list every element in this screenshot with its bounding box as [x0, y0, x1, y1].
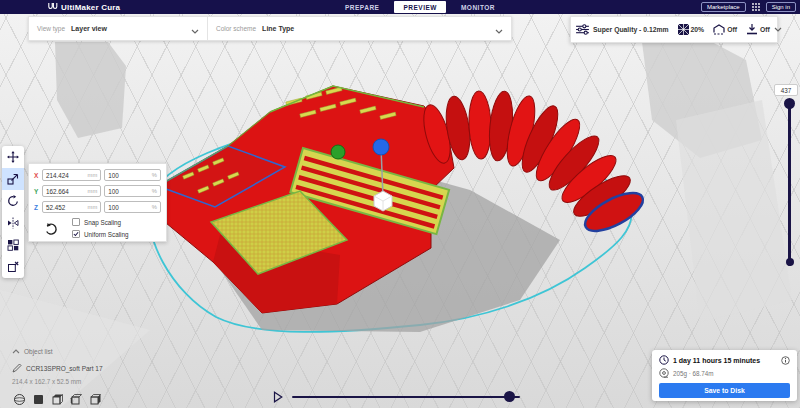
- checkbox-box: [72, 218, 80, 226]
- scale-z-percent-input[interactable]: 100 %: [104, 201, 161, 213]
- view-type-value: Layer view: [71, 25, 107, 32]
- play-button[interactable]: [271, 390, 285, 404]
- material-spool-icon: [659, 368, 669, 378]
- infill-icon: [678, 24, 689, 35]
- tool-scale-button[interactable]: [2, 168, 24, 190]
- mm-unit: mm: [88, 204, 98, 210]
- scale-y-mm-value: 162.664: [46, 188, 69, 195]
- scale-z-mm-input[interactable]: 52.452 mm: [42, 201, 101, 213]
- color-scheme-label: Color scheme: [216, 25, 256, 32]
- right-view-icon: [89, 393, 102, 406]
- percent-unit: %: [152, 188, 157, 194]
- scale-x-percent-value: 100: [108, 172, 119, 179]
- object-list-toggle[interactable]: Object list: [12, 348, 53, 355]
- scale-icon: [7, 173, 19, 185]
- view-options-bar: View type Layer view Color scheme Line T…: [28, 16, 512, 41]
- left-view-icon: [70, 393, 83, 406]
- save-to-disk-button[interactable]: Save to Disk: [659, 383, 790, 398]
- stage-tabs: PREPARE PREVIEW MONITOR: [336, 0, 504, 14]
- uniform-scaling-checkbox[interactable]: Uniform Scaling: [72, 230, 128, 238]
- object-list-item[interactable]: CCR13SPRO_soft Part 17: [12, 363, 103, 373]
- snap-scaling-checkbox[interactable]: Snap Scaling: [72, 218, 128, 226]
- slicing-settings-icon: [576, 24, 589, 35]
- rotate-icon: [7, 195, 19, 207]
- scale-z-percent-value: 100: [108, 204, 119, 211]
- object-name: CCR13SPRO_soft Part 17: [26, 365, 103, 372]
- object-list-title: Object list: [24, 348, 53, 355]
- tool-rotate-button[interactable]: [2, 190, 24, 212]
- tool-move-button[interactable]: [2, 146, 24, 168]
- tab-monitor[interactable]: MONITOR: [452, 1, 504, 13]
- simulation-slider-handle[interactable]: [504, 391, 515, 402]
- object-list-panel: Object list CCR13SPRO_soft Part 17 214.4…: [12, 348, 103, 407]
- axis-z-label: Z: [34, 204, 39, 211]
- 3d-view-icon: [13, 393, 26, 406]
- edit-icon: [12, 363, 22, 373]
- scale-row-x: X 214.424 mm 100 %: [34, 169, 161, 181]
- tab-prepare[interactable]: PREPARE: [336, 1, 388, 13]
- scale-row-z: Z 52.452 mm 100 %: [34, 201, 161, 213]
- support-icon: [713, 24, 725, 35]
- snap-scaling-label: Snap Scaling: [84, 219, 121, 226]
- tab-preview[interactable]: PREVIEW: [394, 1, 445, 13]
- app-title: UltiMaker Cura: [61, 3, 120, 12]
- chevron-down-icon: [191, 20, 199, 38]
- sign-in-button[interactable]: Sign in: [766, 2, 796, 12]
- checkbox-box: [72, 230, 80, 238]
- tool-mirror-button[interactable]: [2, 212, 24, 234]
- percent-unit: %: [152, 204, 157, 210]
- gizmo-handle-green: [331, 145, 345, 159]
- layer-slider-track[interactable]: [788, 99, 791, 266]
- scale-y-percent-value: 100: [108, 188, 119, 195]
- axis-y-label: Y: [34, 188, 39, 195]
- marketplace-button[interactable]: Marketplace: [701, 2, 746, 12]
- reset-scale-button[interactable]: [40, 217, 62, 241]
- info-icon[interactable]: [781, 356, 790, 365]
- view-type-dropdown[interactable]: View type Layer view: [29, 17, 207, 40]
- per-model-settings-icon: [7, 239, 19, 251]
- app-logo: UltiMaker Cura: [48, 0, 120, 14]
- scale-row-y: Y 162.664 mm 100 %: [34, 185, 161, 197]
- simulation-slider-track[interactable]: [292, 396, 520, 398]
- profile-label: Super Quality - 0.12mm: [593, 26, 669, 33]
- adhesion-icon: [746, 24, 758, 35]
- view-front-button[interactable]: [31, 392, 46, 407]
- support-value: Off: [727, 26, 737, 33]
- color-scheme-dropdown[interactable]: Color scheme Line Type: [208, 17, 511, 40]
- view-3d-button[interactable]: [12, 392, 27, 407]
- top-bar: UltiMaker Cura PREPARE PREVIEW MONITOR M…: [0, 0, 800, 14]
- top-view-icon: [51, 393, 64, 406]
- scale-x-mm-value: 214.424: [46, 172, 69, 179]
- scale-z-mm-value: 52.452: [46, 204, 65, 211]
- reset-icon: [44, 222, 59, 237]
- chevron-up-icon: [12, 349, 20, 354]
- mm-unit: mm: [88, 188, 98, 194]
- scale-tool-panel: X 214.424 mm 100 % Y 162.664 mm 100 % Z: [28, 163, 167, 242]
- apps-grid-icon[interactable]: [752, 3, 760, 11]
- scale-y-mm-input[interactable]: 162.664 mm: [42, 185, 101, 197]
- view-top-button[interactable]: [50, 392, 65, 407]
- print-summary-panel: 1 day 11 hours 15 minutes 205g · 68.74m …: [652, 350, 797, 401]
- gizmo-handle-blue: [373, 139, 389, 155]
- layer-slider-handle-top[interactable]: [784, 98, 795, 109]
- ultimaker-logo-icon: [48, 3, 58, 11]
- axis-x-label: X: [34, 172, 39, 179]
- cura-window: UltiMaker Cura PREPARE PREVIEW MONITOR M…: [0, 0, 800, 408]
- view-type-label: View type: [37, 25, 65, 32]
- layer-slider-handle-bottom[interactable]: [786, 258, 794, 266]
- clock-icon: [659, 355, 669, 365]
- scale-y-percent-input[interactable]: 100 %: [104, 185, 161, 197]
- tool-support-blocker-button[interactable]: [2, 256, 24, 278]
- view-left-button[interactable]: [69, 392, 84, 407]
- uniform-scaling-label: Uniform Scaling: [84, 231, 128, 238]
- play-icon: [273, 391, 283, 403]
- chevron-down-icon: [495, 20, 503, 38]
- percent-unit: %: [152, 172, 157, 178]
- adhesion-value: Off: [760, 26, 770, 33]
- view-right-button[interactable]: [88, 392, 103, 407]
- move-icon: [7, 151, 19, 163]
- scale-x-mm-input[interactable]: 214.424 mm: [42, 169, 101, 181]
- print-settings-panel[interactable]: Super Quality - 0.12mm 20% Off Off: [570, 16, 778, 43]
- scale-x-percent-input[interactable]: 100 %: [104, 169, 161, 181]
- tool-per-model-settings-button[interactable]: [2, 234, 24, 256]
